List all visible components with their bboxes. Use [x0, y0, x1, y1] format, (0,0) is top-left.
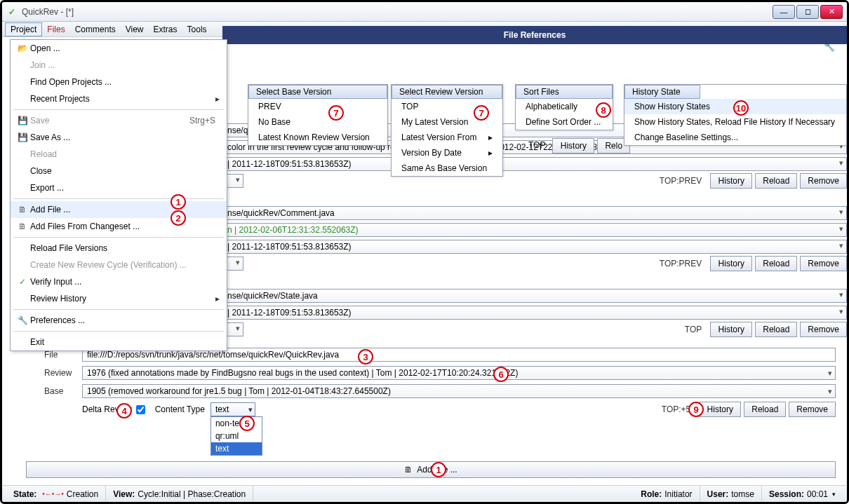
history-button[interactable]: History [710, 173, 752, 189]
callout-9: 9 [688, 402, 704, 417]
base-combo[interactable]: | 2011-12-18T09:51:53.813653Z) [222, 157, 847, 171]
top-buttons-peek: TOP History Relo [528, 138, 630, 154]
show-history-reload[interactable]: Show History States, Reload File History… [624, 114, 846, 130]
review-same-as-base[interactable]: Same As Base Version [392, 161, 502, 176]
file-block: nse/quickRev/State.java | 2011-12-18T09:… [222, 288, 847, 337]
menu-exit[interactable]: Exit [11, 334, 227, 350]
history-button[interactable]: History [710, 322, 752, 337]
chevron-right-icon: ▸ [211, 94, 220, 104]
file-references-label: File References [504, 30, 566, 40]
reload-button[interactable]: Reload [744, 402, 786, 417]
menu-comments[interactable]: Comments [70, 23, 121, 36]
history-button[interactable]: History [552, 138, 594, 154]
delta-review-checkbox[interactable] [136, 405, 145, 414]
folder-open-icon: 📂 [15, 43, 30, 53]
base-latest-known[interactable]: Latest Known Review Version [248, 130, 387, 145]
menu-view[interactable]: View [121, 23, 149, 36]
menu-recent-projects[interactable]: Recent Projects▸ [11, 90, 227, 107]
remove-button[interactable]: Remove [789, 402, 836, 417]
remove-button[interactable]: Remove [800, 322, 847, 337]
history-state-popup: History State Show History States Show H… [624, 84, 847, 146]
review-label: Review [44, 368, 82, 378]
chevron-down-icon[interactable]: ▾ [832, 491, 836, 498]
file-block: nse/quickRev/Comment.java n | 2012-02-06… [222, 205, 847, 271]
menu-preferences[interactable]: 🔧Preferences ... [11, 312, 227, 329]
content-type-label: Content Type [155, 404, 205, 414]
select-base-version-header[interactable]: Select Base Version [248, 85, 387, 99]
history-state-header[interactable]: History State [624, 85, 700, 99]
file-rows: nse/quickRev/Config.java color in the fi… [222, 123, 847, 343]
close-button[interactable]: ✕ [820, 5, 843, 19]
menu-add-file[interactable]: 🗎Add File ... [11, 201, 227, 218]
menu-open[interactable]: 📂Open ... [11, 40, 227, 57]
callout-7b: 7 [474, 105, 489, 121]
title-bar: ✓ QuickRev - [*] — ◻ ✕ [2, 2, 847, 22]
wrench-icon: 🔧 [15, 315, 30, 325]
minimize-button[interactable]: — [773, 5, 795, 19]
callout-4: 4 [116, 403, 132, 418]
reload-button[interactable]: Reload [755, 256, 797, 271]
status-view: View:Cycle:Initial | Phase:Creation [106, 486, 253, 502]
change-baseline-settings[interactable]: Change Baseline Settings... [624, 130, 846, 145]
remove-button[interactable]: Remove [800, 256, 847, 271]
file-label: File [44, 350, 82, 360]
app-icon: ✓ [6, 6, 18, 18]
callout-8: 8 [596, 102, 611, 118]
menu-save-as[interactable]: 💾Save As ... [11, 129, 227, 146]
history-button[interactable]: History [699, 402, 741, 417]
file-path-combo[interactable]: nse/quickRev/Comment.java [222, 206, 847, 220]
sort-define-order[interactable]: Define Sort Order ... [516, 114, 613, 130]
base-combo[interactable]: | 2011-12-18T09:51:53.813653Z) [222, 240, 847, 254]
sort-files-header[interactable]: Sort Files [516, 85, 613, 99]
callout-3: 3 [358, 349, 373, 365]
status-bar: State:•←•→•Creation View:Cycle:Initial |… [2, 485, 847, 502]
base-prev[interactable]: PREV [248, 99, 387, 114]
file-path-combo[interactable]: nse/quickRev/State.java [222, 289, 847, 303]
chevron-right-icon: ▸ [488, 132, 493, 142]
select-base-version-popup: Select Base Version PREV No Base Latest … [248, 84, 388, 146]
reload-button[interactable]: Reload [755, 322, 797, 337]
chevron-right-icon: ▸ [488, 148, 493, 158]
top-label: TOP [528, 140, 545, 154]
menu-review-history[interactable]: Review History▸ [11, 290, 227, 307]
menu-reload-file-versions[interactable]: Reload File Versions [11, 240, 227, 257]
reload-button[interactable]: Reload [755, 173, 797, 189]
menu-join: Join ... [11, 57, 227, 74]
menu-find-open-projects[interactable]: Find Open Projects ... [11, 74, 227, 90]
menu-files[interactable]: Files [42, 23, 69, 36]
ct-option-qruml[interactable]: qr:uml [211, 430, 262, 442]
menu-create-new-cycle: Create New Review Cycle (Verification) .… [11, 257, 227, 273]
remove-button[interactable]: Remove [800, 173, 847, 189]
status-session: Session:00:01▾ [762, 486, 843, 502]
content-type-select[interactable]: text [210, 402, 255, 416]
menu-project[interactable]: Project [5, 22, 42, 36]
document-icon: 🗎 [404, 465, 413, 475]
review-latest-from[interactable]: Latest Version From▸ [392, 130, 502, 145]
maximize-button[interactable]: ◻ [796, 5, 819, 19]
menu-close[interactable]: Close [11, 163, 227, 179]
status-user: User:tomse [700, 486, 762, 502]
callout-1: 1 [171, 194, 186, 210]
select-review-version-header[interactable]: Select Review Version [392, 85, 502, 99]
menu-verify-input[interactable]: ✓Verify Input ... [11, 273, 227, 290]
chevron-right-icon: ▸ [211, 294, 220, 304]
top-label: TOP:PREV [660, 176, 702, 186]
base-select[interactable]: 1905 (removed workaround for jre1.5 bug … [82, 384, 836, 398]
menu-extras[interactable]: Extras [149, 23, 182, 36]
review-combo[interactable]: n | 2012-02-06T12:31:32.552063Z) [222, 223, 847, 237]
document-icon: 🗎 [15, 205, 30, 214]
menu-add-files-changeset[interactable]: 🗎Add Files From Changeset ... [11, 218, 227, 235]
base-no-base[interactable]: No Base [248, 114, 387, 130]
status-state: State:•←•→•Creation [6, 486, 106, 502]
select-review-version-popup: Select Review Version TOP My Latest Vers… [391, 84, 503, 177]
review-select[interactable]: 1976 (fixed annotations made by FindBugs… [82, 366, 836, 380]
menu-tools[interactable]: Tools [182, 23, 212, 36]
menu-export[interactable]: Export ... [11, 179, 227, 196]
ct-option-text[interactable]: text [211, 442, 262, 455]
history-button[interactable]: History [710, 256, 752, 271]
review-version-by-date[interactable]: Version By Date▸ [392, 145, 502, 161]
review-combo[interactable]: | 2011-12-18T09:51:53.813653Z) [222, 306, 847, 320]
lower-form: File file:///D:/repos/svn/trunk/java/src… [44, 347, 836, 420]
callout-10: 10 [733, 100, 749, 116]
callout-1b: 1 [431, 462, 446, 477]
